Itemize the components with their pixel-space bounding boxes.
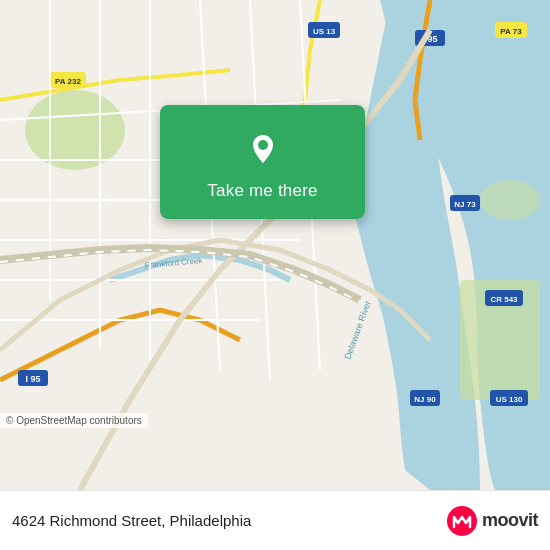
take-me-there-button[interactable]: Take me there	[207, 181, 317, 201]
popup-green-area: Take me there	[160, 105, 365, 219]
bottom-bar: 4624 Richmond Street, Philadelphia moovi…	[0, 490, 550, 550]
moovit-brand-text: moovit	[482, 510, 538, 531]
svg-text:US 130: US 130	[496, 395, 523, 404]
svg-text:I 95: I 95	[25, 374, 40, 384]
svg-point-37	[258, 140, 268, 150]
moovit-logo: moovit	[446, 505, 538, 537]
svg-point-3	[480, 180, 540, 220]
address-text: 4624 Richmond Street, Philadelphia	[12, 512, 438, 529]
svg-text:US 13: US 13	[313, 27, 336, 36]
location-pin-icon	[241, 127, 285, 171]
svg-text:NJ 73: NJ 73	[454, 200, 476, 209]
svg-text:NJ 90: NJ 90	[414, 395, 436, 404]
copyright-notice: © OpenStreetMap contributors	[0, 413, 148, 428]
svg-text:CR 543: CR 543	[490, 295, 518, 304]
svg-point-38	[447, 506, 477, 536]
popup-card: Take me there	[160, 105, 365, 219]
svg-point-1	[25, 90, 125, 170]
svg-text:PA 232: PA 232	[55, 77, 81, 86]
map-container: I 95 I 95 US 13 PA 232 PA 73 NJ 73 NJ 90…	[0, 0, 550, 490]
svg-text:PA 73: PA 73	[500, 27, 522, 36]
moovit-icon	[446, 505, 478, 537]
